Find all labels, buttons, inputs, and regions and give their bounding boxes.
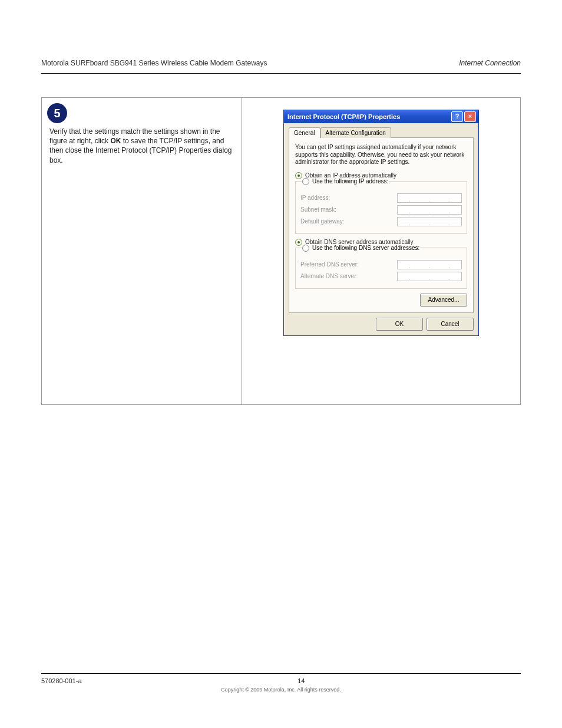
input-subnet-mask[interactable]: ... [397, 205, 462, 215]
field-default-gateway: Default gateway: ... [300, 217, 462, 226]
header-section: Internet Connection [459, 59, 521, 67]
dialog-description: You can get IP settings assigned automat… [295, 144, 467, 166]
field-preferred-dns: Preferred DNS server: ... [300, 260, 462, 269]
field-alternate-dns: Alternate DNS server: ... [300, 272, 462, 281]
radio-icon [302, 245, 309, 252]
dialog-title: Internet Protocol (TCP/IP) Properties [287, 113, 451, 120]
label-subnet-mask: Subnet mask: [300, 206, 336, 213]
tab-strip: General Alternate Configuration [289, 127, 474, 138]
footer-copyright: Copyright © 2009 Motorola, Inc. All righ… [41, 687, 521, 693]
input-alternate-dns[interactable]: ... [397, 272, 462, 281]
header-rule [41, 73, 521, 74]
field-ip-address: IP address: ... [300, 193, 462, 203]
step-row: 5 Verify that the settings match the set… [41, 97, 521, 405]
close-button[interactable]: × [464, 111, 476, 122]
tab-alternate-configuration[interactable]: Alternate Configuration [320, 127, 391, 138]
input-ip-address[interactable]: ... [397, 193, 462, 203]
dialog-titlebar[interactable]: Internet Protocol (TCP/IP) Properties ? … [284, 110, 478, 123]
field-subnet-mask: Subnet mask: ... [300, 205, 462, 215]
footer-doc-id: 570280-001-a [41, 677, 82, 684]
cancel-button[interactable]: Cancel [427, 318, 474, 331]
radio-icon [302, 178, 309, 185]
help-icon: ? [455, 113, 459, 120]
label-default-gateway: Default gateway: [300, 218, 345, 225]
dialog-button-row: OK Cancel [289, 318, 474, 331]
help-button[interactable]: ? [451, 111, 463, 122]
dialog-body: General Alternate Configuration You can … [284, 123, 478, 335]
ip-address-group: Use the following IP address: IP address… [295, 181, 467, 234]
advanced-button[interactable]: Advanced... [420, 294, 467, 307]
ok-button[interactable]: OK [376, 318, 423, 331]
header-title: Motorola SURFboard SBG941 Series Wireles… [41, 59, 267, 67]
document-page: Motorola SURFboard SBG941 Series Wireles… [0, 0, 562, 728]
radio-use-following-ip[interactable]: Use the following IP address: [302, 178, 389, 185]
tab-general[interactable]: General [289, 127, 320, 138]
step-instruction: Verify that the settings match the setti… [45, 123, 239, 170]
close-icon: × [468, 113, 472, 120]
label-preferred-dns: Preferred DNS server: [300, 261, 359, 268]
label-ip-address: IP address: [300, 195, 330, 201]
radio-use-following-dns[interactable]: Use the following DNS server addresses: [302, 245, 420, 252]
dns-group: Use the following DNS server addresses: … [295, 248, 467, 289]
tcpip-properties-dialog: Internet Protocol (TCP/IP) Properties ? … [283, 110, 479, 336]
step-left-cell: 5 Verify that the settings match the set… [42, 98, 242, 404]
page-footer: 570280-001-a 14 Copyright © 2009 Motorol… [41, 673, 521, 693]
page-header: Motorola SURFboard SBG941 Series Wireles… [41, 59, 521, 67]
input-default-gateway[interactable]: ... [397, 217, 462, 226]
step-right-cell: Internet Protocol (TCP/IP) Properties ? … [242, 98, 520, 404]
step-number: 5 [54, 107, 60, 120]
footer-page-number: 14 [82, 677, 521, 684]
radio-label: Use the following DNS server addresses: [312, 245, 419, 251]
radio-label: Use the following IP address: [312, 178, 388, 185]
input-preferred-dns[interactable]: ... [397, 260, 462, 269]
label-alternate-dns: Alternate DNS server: [300, 273, 358, 279]
step-number-badge: 5 [47, 103, 67, 123]
footer-rule [41, 673, 521, 674]
tab-page-general: You can get IP settings assigned automat… [289, 137, 474, 313]
